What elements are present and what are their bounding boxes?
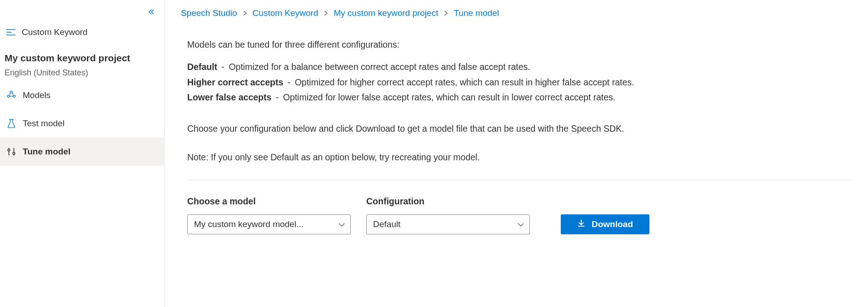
instruction-text: Choose your configuration below and clic… <box>187 122 852 135</box>
model-select-value: My custom keyword model... <box>194 218 304 231</box>
svg-point-4 <box>7 95 10 98</box>
sidebar-item-label: Models <box>23 90 50 100</box>
sidebar-header[interactable]: Custom Keyword <box>0 22 164 46</box>
chevron-right-icon <box>324 10 328 17</box>
svg-line-6 <box>9 93 10 96</box>
breadcrumb-link-speech-studio[interactable]: Speech Studio <box>181 8 237 18</box>
config-label: Higher correct accepts <box>187 77 283 87</box>
note-text: Note: If you only see Default as an opti… <box>187 151 852 164</box>
sidebar-item-tune-model[interactable]: Tune model <box>0 138 164 166</box>
config-label: Lower false accepts <box>187 92 271 102</box>
collapse-sidebar-button[interactable] <box>0 5 164 22</box>
model-select-label: Choose a model <box>187 195 351 208</box>
sidebar-item-models[interactable]: Models <box>0 81 164 109</box>
project-title: My custom keyword project <box>5 53 160 64</box>
config-item-lower: Lower false accepts - Optimized for lowe… <box>187 91 852 104</box>
config-label: Default <box>187 62 217 72</box>
menu-icon <box>6 29 15 35</box>
flask-icon <box>6 119 16 129</box>
breadcrumb-link-custom-keyword[interactable]: Custom Keyword <box>253 8 319 18</box>
dash: - <box>271 92 283 102</box>
svg-point-11 <box>8 149 10 151</box>
tune-icon <box>6 147 16 157</box>
sidebar-header-label: Custom Keyword <box>22 27 88 37</box>
config-list: Default - Optimized for a balance betwee… <box>187 60 852 104</box>
chevron-down-icon <box>518 218 524 231</box>
config-select[interactable]: Default <box>366 214 530 234</box>
download-button-label: Download <box>592 219 633 229</box>
svg-point-13 <box>13 152 15 154</box>
sidebar: Custom Keyword My custom keyword project… <box>0 0 165 307</box>
config-select-label: Configuration <box>366 195 530 208</box>
download-button[interactable]: Download <box>561 214 649 234</box>
config-description: Optimized for lower false accept rates, … <box>283 92 616 102</box>
breadcrumb-link-tune-model[interactable]: Tune model <box>454 8 499 18</box>
sidebar-item-label: Test model <box>23 119 65 129</box>
config-item-default: Default - Optimized for a balance betwee… <box>187 60 852 74</box>
project-info: My custom keyword project English (Unite… <box>0 46 164 81</box>
config-description: Optimized for higher correct accept rate… <box>295 77 634 87</box>
project-locale: English (United States) <box>5 68 160 78</box>
config-description: Optimized for a balance between correct … <box>229 62 530 72</box>
main-content: Speech Studio Custom Keyword My custom k… <box>165 0 868 307</box>
model-select[interactable]: My custom keyword model... <box>187 214 351 234</box>
models-icon <box>6 90 16 100</box>
dash: - <box>283 77 294 87</box>
breadcrumb-link-project[interactable]: My custom keyword project <box>334 8 438 18</box>
form-row: Choose a model My custom keyword model..… <box>187 195 852 234</box>
svg-line-7 <box>12 93 14 96</box>
chevron-double-left-icon <box>148 8 155 17</box>
config-select-group: Configuration Default <box>366 195 530 234</box>
svg-point-5 <box>13 95 15 98</box>
content-body: Models can be tuned for three different … <box>181 38 852 234</box>
download-icon <box>577 219 585 229</box>
svg-point-3 <box>10 91 13 93</box>
breadcrumb: Speech Studio Custom Keyword My custom k… <box>181 8 852 18</box>
chevron-down-icon <box>339 218 345 231</box>
sidebar-item-label: Tune model <box>23 147 70 157</box>
config-item-higher: Higher correct accepts - Optimized for h… <box>187 76 852 89</box>
sidebar-item-test-model[interactable]: Test model <box>0 109 164 138</box>
model-select-group: Choose a model My custom keyword model..… <box>187 195 351 234</box>
config-select-value: Default <box>373 218 400 231</box>
dash: - <box>217 62 229 72</box>
intro-text: Models can be tuned for three different … <box>187 38 852 51</box>
divider <box>187 180 852 180</box>
chevron-right-icon <box>444 10 448 17</box>
chevron-right-icon <box>243 10 247 17</box>
